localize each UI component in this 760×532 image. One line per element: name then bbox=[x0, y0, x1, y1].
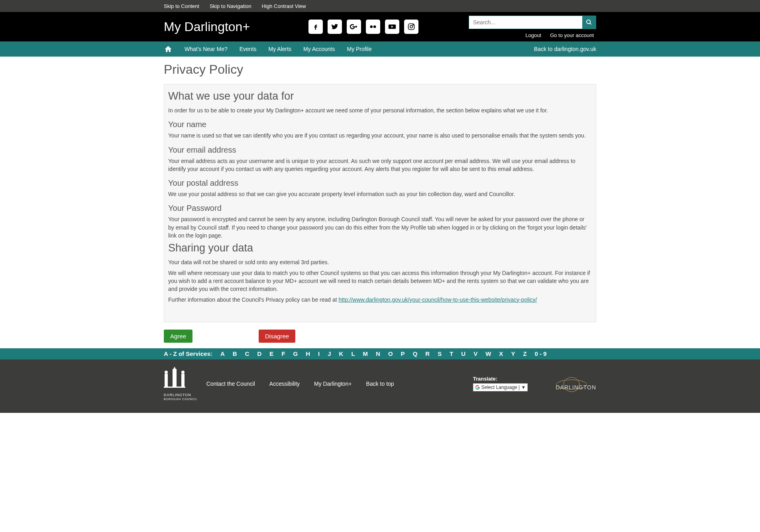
az-letter[interactable]: J bbox=[328, 350, 331, 357]
svg-point-12 bbox=[181, 371, 185, 374]
az-letter[interactable]: U bbox=[461, 350, 465, 357]
nav-my-profile[interactable]: My Profile bbox=[347, 46, 371, 52]
site-title: My Darlington+ bbox=[164, 20, 250, 34]
az-letters: A B C D E F G H I J K L M N O P Q R S T … bbox=[220, 350, 547, 357]
az-letter[interactable]: H bbox=[306, 350, 310, 357]
az-letter[interactable]: V bbox=[473, 350, 477, 357]
flickr-icon[interactable] bbox=[366, 20, 380, 34]
social-icons bbox=[308, 20, 418, 34]
facebook-icon[interactable] bbox=[308, 20, 323, 34]
footer: DARLINGTON BOROUGH COUNCIL Contact the C… bbox=[0, 359, 760, 413]
sharing-paragraph-2: We will where necessary use your data to… bbox=[168, 269, 592, 293]
footer-accessibility-link[interactable]: Accessibility bbox=[269, 381, 300, 387]
az-letter[interactable]: R bbox=[425, 350, 430, 357]
az-letter[interactable]: I bbox=[318, 350, 320, 357]
high-contrast-link[interactable]: High Contrast View bbox=[262, 3, 306, 9]
az-letter[interactable]: A bbox=[220, 350, 225, 357]
disagree-button[interactable]: Disagree bbox=[259, 330, 295, 343]
search-button[interactable] bbox=[582, 16, 596, 29]
back-to-darlington-link[interactable]: Back to darlington.gov.uk bbox=[534, 46, 596, 52]
az-letter[interactable]: X bbox=[499, 350, 503, 357]
nav-events[interactable]: Events bbox=[240, 46, 257, 52]
twitter-icon[interactable] bbox=[328, 20, 342, 34]
council-name: DARLINGTON bbox=[164, 393, 191, 397]
google-plus-icon[interactable] bbox=[347, 20, 361, 34]
az-letter[interactable]: O bbox=[388, 350, 393, 357]
translate-block: Translate: Select Language | ▼ bbox=[473, 376, 528, 391]
your-email-paragraph: Your email address acts as your username… bbox=[168, 157, 592, 173]
svg-point-0 bbox=[370, 26, 373, 28]
az-letter[interactable]: Z bbox=[523, 350, 526, 357]
google-g-icon bbox=[475, 385, 480, 390]
heading-what-we-use: What we use your data for bbox=[168, 90, 592, 102]
go-to-account-link[interactable]: Go to your account bbox=[550, 32, 594, 38]
footer-back-to-top-link[interactable]: Back to top bbox=[366, 381, 394, 387]
translate-select[interactable]: Select Language | ▼ bbox=[473, 383, 528, 391]
az-letter[interactable]: T bbox=[450, 350, 453, 357]
heading-sharing: Sharing your data bbox=[168, 242, 592, 254]
translate-select-text: Select Language | ▼ bbox=[481, 385, 526, 390]
agree-button[interactable]: Agree bbox=[164, 330, 192, 343]
heading-your-postal: Your postal address bbox=[168, 179, 592, 188]
page-title: Privacy Policy bbox=[164, 62, 596, 77]
svg-marker-10 bbox=[173, 367, 177, 371]
logout-link[interactable]: Logout bbox=[525, 32, 541, 38]
svg-line-6 bbox=[590, 23, 591, 24]
footer-links: Contact the Council Accessibility My Dar… bbox=[206, 381, 394, 387]
az-letter[interactable]: P bbox=[401, 350, 405, 357]
az-letter[interactable]: Q bbox=[413, 350, 418, 357]
az-letter[interactable]: S bbox=[438, 350, 442, 357]
svg-rect-7 bbox=[165, 374, 168, 387]
az-letter[interactable]: L bbox=[351, 350, 355, 357]
skip-to-content-link[interactable]: Skip to Content bbox=[164, 3, 199, 9]
skip-to-nav-link[interactable]: Skip to Navigation bbox=[210, 3, 251, 9]
az-letter[interactable]: F bbox=[281, 350, 285, 357]
az-label: A - Z of Services: bbox=[164, 350, 212, 357]
az-letter[interactable]: N bbox=[376, 350, 380, 357]
your-password-paragraph: Your password is encrypted and cannot be… bbox=[168, 215, 592, 239]
az-bar: A - Z of Services: A B C D E F G H I J K… bbox=[0, 348, 760, 359]
nav-my-accounts[interactable]: My Accounts bbox=[303, 46, 335, 52]
az-letter[interactable]: Y bbox=[511, 350, 515, 357]
az-letter[interactable]: G bbox=[293, 350, 298, 357]
instagram-icon[interactable] bbox=[404, 20, 418, 34]
navbar: What's Near Me? Events My Alerts My Acco… bbox=[0, 41, 760, 57]
svg-point-4 bbox=[412, 25, 413, 26]
az-letter[interactable]: 0 - 9 bbox=[535, 350, 547, 357]
sharing-paragraph-1: Your data will not be shared or sold ont… bbox=[168, 258, 592, 266]
az-letter[interactable]: K bbox=[339, 350, 344, 357]
az-letter[interactable]: M bbox=[363, 350, 368, 357]
heading-your-name: Your name bbox=[168, 120, 592, 129]
nav-my-alerts[interactable]: My Alerts bbox=[269, 46, 292, 52]
az-letter[interactable]: C bbox=[245, 350, 249, 357]
your-name-paragraph: Your name is used so that we can identif… bbox=[168, 132, 592, 139]
az-letter[interactable]: D bbox=[257, 350, 262, 357]
translate-label: Translate: bbox=[473, 376, 528, 382]
privacy-policy-external-link[interactable]: http://www.darlington.gov.uk/your-counci… bbox=[339, 296, 537, 303]
council-sub: BOROUGH COUNCIL bbox=[164, 398, 198, 400]
darlington-brand-logo: DARLINGTON bbox=[556, 377, 596, 391]
search-input[interactable] bbox=[469, 16, 582, 29]
az-letter[interactable]: B bbox=[233, 350, 237, 357]
svg-point-3 bbox=[410, 26, 412, 28]
footer-my-darlington-link[interactable]: My Darlington+ bbox=[314, 381, 352, 387]
svg-rect-9 bbox=[181, 374, 185, 387]
header: My Darlington+ bbox=[0, 12, 760, 41]
council-logo: DARLINGTON BOROUGH COUNCIL bbox=[164, 367, 198, 401]
heading-your-password: Your Password bbox=[168, 204, 592, 213]
az-letter[interactable]: E bbox=[269, 350, 273, 357]
further-info-prefix: Further information about the Council's … bbox=[168, 296, 339, 303]
search-icon bbox=[586, 19, 592, 26]
svg-rect-8 bbox=[173, 369, 177, 387]
youtube-icon[interactable] bbox=[385, 20, 399, 34]
footer-contact-link[interactable]: Contact the Council bbox=[206, 381, 255, 387]
home-icon[interactable] bbox=[164, 45, 173, 53]
your-postal-paragraph: We use your postal address so that we ca… bbox=[168, 190, 592, 198]
darlington-brand-text: DARLINGTON bbox=[556, 384, 596, 391]
further-info-paragraph: Further information about the Council's … bbox=[168, 296, 592, 304]
search-form bbox=[469, 16, 596, 29]
svg-point-5 bbox=[587, 20, 590, 24]
nav-whats-near[interactable]: What's Near Me? bbox=[185, 46, 228, 52]
button-row: Agree Disagree bbox=[164, 330, 596, 343]
az-letter[interactable]: W bbox=[485, 350, 491, 357]
